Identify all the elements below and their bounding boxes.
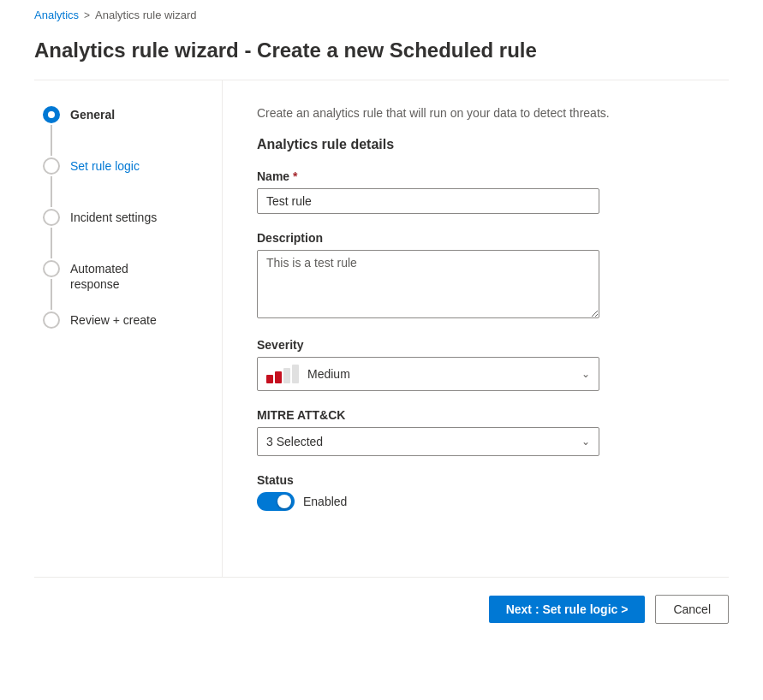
next-button[interactable]: Next : Set rule logic > (489, 596, 646, 623)
severity-dropdown[interactable]: Medium ⌄ (257, 357, 599, 391)
step-label-set-rule-logic[interactable]: Set rule logic (70, 157, 140, 174)
step-incident-settings: Incident settings (43, 209, 205, 260)
step-circle-general (43, 106, 60, 123)
breadcrumb-current: Analytics rule wizard (95, 9, 197, 21)
status-toggle-label: Enabled (303, 495, 347, 508)
mitre-chevron-icon: ⌄ (581, 436, 590, 448)
severity-value: Medium (307, 367, 581, 381)
description-label: Description (257, 231, 703, 245)
action-bar: Next : Set rule logic > Cancel (0, 578, 763, 641)
page-title: Analytics rule wizard - Create a new Sch… (0, 30, 763, 80)
mitre-label: MITRE ATT&CK (257, 408, 703, 422)
step-connector-3 (51, 228, 52, 258)
severity-label: Severity (257, 338, 703, 352)
status-toggle[interactable] (257, 492, 295, 511)
step-label-incident-settings: Incident settings (70, 209, 157, 225)
step-circle-incident-settings (43, 209, 60, 226)
description-input[interactable]: This is a test rule (257, 250, 599, 318)
form-panel: Create an analytics rule that will run o… (223, 80, 729, 577)
mitre-dropdown[interactable]: 3 Selected ⌄ (257, 427, 599, 456)
step-label-automated-response: Automatedresponse (70, 260, 128, 292)
step-connector-2 (51, 176, 52, 207)
name-group: Name * (257, 169, 703, 214)
status-group: Status Enabled (257, 473, 703, 511)
form-subtitle: Create an analytics rule that will run o… (257, 106, 703, 120)
form-section-title: Analytics rule details (257, 137, 703, 152)
breadcrumb-separator: > (84, 9, 90, 21)
step-label-general: General (70, 106, 115, 122)
step-circle-automated-response (43, 260, 60, 277)
step-set-rule-logic: Set rule logic (43, 157, 205, 209)
step-label-review-create: Review + create (70, 311, 157, 328)
mitre-group: MITRE ATT&CK 3 Selected ⌄ (257, 408, 703, 456)
description-group: Description This is a test rule (257, 231, 703, 321)
severity-group: Severity Medium ⌄ (257, 338, 703, 391)
name-required-star: * (293, 169, 297, 183)
step-general: General (43, 106, 205, 157)
step-review-create: Review + create (43, 311, 205, 329)
breadcrumb-analytics-link[interactable]: Analytics (34, 9, 79, 21)
step-connector-4 (51, 279, 52, 310)
status-toggle-row: Enabled (257, 492, 703, 511)
main-content: General Set rule logic Incident settings (0, 80, 763, 577)
step-circle-set-rule-logic (43, 157, 60, 175)
cancel-button[interactable]: Cancel (655, 595, 729, 624)
name-input[interactable] (257, 188, 599, 214)
step-automated-response: Automatedresponse (43, 260, 205, 311)
stepper: General Set rule logic Incident settings (34, 80, 223, 577)
name-label: Name * (257, 169, 703, 183)
step-circle-review-create (43, 311, 60, 329)
status-label: Status (257, 473, 703, 487)
breadcrumb: Analytics > Analytics rule wizard (0, 0, 763, 30)
step-connector-1 (51, 125, 52, 156)
severity-chevron-icon: ⌄ (581, 368, 590, 380)
mitre-value: 3 Selected (266, 435, 581, 448)
severity-icon (266, 365, 299, 383)
